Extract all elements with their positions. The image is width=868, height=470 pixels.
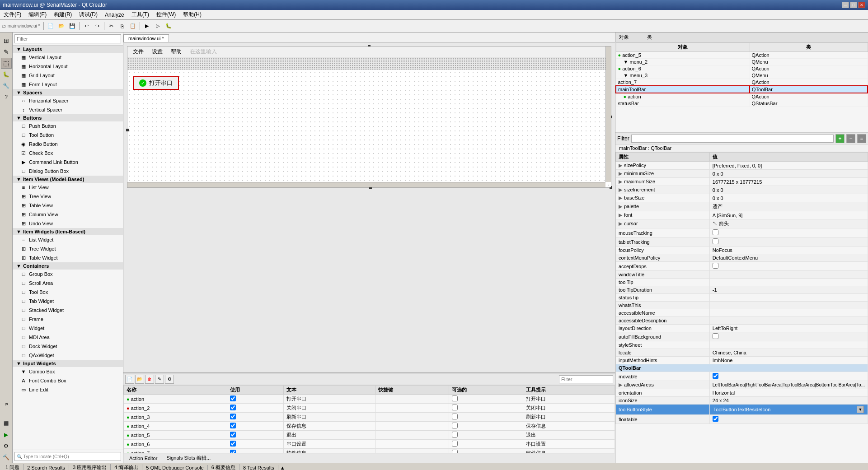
toolbar-undo[interactable]: ↩ [81,21,91,31]
sidebar-item-scroll-area[interactable]: □Scroll Area [13,279,123,288]
prop-row[interactable]: mouseTracking [616,228,868,237]
toolbar-redo[interactable]: ↪ [92,21,102,31]
props-filter-input[interactable] [631,135,834,143]
sidebar-item-tool-button[interactable]: □Tool Button [13,130,123,140]
prop-row[interactable]: ▶palette遗产 [616,202,868,211]
tree-row[interactable]: statusBar QStatusBar [616,100,868,107]
sidebar-item-check-box[interactable]: ☑Check Box [13,149,123,158]
status-expand-btn[interactable]: ▲ [278,465,287,470]
menu-edit[interactable]: 编辑(E) [25,10,50,19]
icon-design[interactable]: ⬚ [1,58,12,69]
prop-row[interactable]: windowTitle [616,271,868,279]
prop-row[interactable]: whatsThis [616,302,868,309]
action-used[interactable] [227,413,283,422]
prop-row[interactable]: iconSize24 x 24 [616,397,868,405]
toolbar-cut[interactable]: ✂ [106,21,116,31]
prop-row[interactable]: layoutDirectionLeftToRight [616,325,868,332]
action-used[interactable] [227,431,283,440]
table-row[interactable]: ● action_3 刷新串口 刷新串口 [124,413,615,422]
action-checkable[interactable] [449,431,523,440]
icon-build[interactable]: 🔨 [1,452,12,463]
status-qml-debug[interactable]: 5 QML Debugger Console [142,465,207,470]
icon-projects[interactable]: 🔧 [1,80,12,91]
toolbar-build[interactable]: ▶ [142,21,152,31]
prop-row[interactable]: localeChinese, China [616,349,868,357]
prop-row[interactable]: accessibleDescription [616,317,868,325]
sidebar-item-widget[interactable]: □Widget [13,324,123,333]
prop-row[interactable]: toolTipDuration-1 [616,286,868,294]
prop-row[interactable]: orientationHorizontal [616,389,868,397]
icon-debug[interactable]: 🐛 [1,69,12,80]
action-used[interactable] [227,449,283,453]
sidebar-item-dialog-btn-box[interactable]: □Dialog Button Box [13,167,123,176]
table-row[interactable]: ● action_5 退出 退出 [124,431,615,440]
sidebar-item-push-button[interactable]: □Push Button [13,121,123,130]
action-checkable[interactable] [449,449,523,453]
sidebar-filter-input[interactable] [14,34,121,43]
prop-row[interactable]: contextMenuPolicyDefaultContextMenu [616,254,868,262]
icon-settings2[interactable]: ⚙ [1,441,12,451]
canvas-hscroll[interactable] [127,182,605,187]
sidebar-locate-input[interactable] [14,452,121,461]
table-row[interactable]: ● action_6 串口设置 串口设置 [124,440,615,449]
sidebar-item-combo-box[interactable]: ▼Combo Box [13,367,123,376]
toolbar-run[interactable]: ▷ [153,21,163,31]
prop-row[interactable]: acceptDrops [616,262,868,271]
toolbar-paste[interactable]: 📋 [128,21,138,31]
menu-tools[interactable]: 工具(T) [128,10,153,19]
open-port-button[interactable]: ✓ 打开串口 [133,76,179,90]
canvas-menu-settings[interactable]: 设置 [148,47,166,56]
status-app-output[interactable]: 3 应用程序输出 [69,464,111,470]
tree-row[interactable]: ▼ menu_2 QMenu [616,59,868,65]
maximize-btn[interactable]: □ [850,2,857,8]
prop-row[interactable]: floatable [616,415,868,424]
canvas-menu-input[interactable]: 在这里输入 [186,47,221,56]
resize-left[interactable] [126,129,129,131]
tree-row[interactable]: ● action_5 QAction [616,52,868,59]
status-summary[interactable]: 6 概要信息 [208,464,239,470]
action-checkable[interactable] [449,413,523,422]
close-btn[interactable]: ✕ [858,2,865,8]
menu-help[interactable]: 帮助(H) [179,10,205,19]
sidebar-item-list-view[interactable]: ≡List View [13,183,123,192]
sidebar-item-font-combo-box[interactable]: AFont Combo Box [13,376,123,385]
status-test-results[interactable]: 8 Test Results [239,465,278,470]
sidebar-item-group-box[interactable]: □Group Box [13,270,123,279]
prop-row[interactable]: focusPolicyNoFocus [616,247,868,254]
minimize-btn[interactable]: ─ [842,2,849,8]
toolbar-open[interactable]: 📂 [56,21,66,31]
props-remove-btn[interactable]: − [846,134,855,143]
sidebar-item-dock-widget[interactable]: □Dock Widget [13,342,123,351]
prop-row[interactable]: ▶sizePolicy[Preferred, Fixed, 0, 0] [616,162,868,170]
action-used[interactable] [227,422,283,431]
sidebar-item-undo-view[interactable]: ⊞Undo View [13,219,123,228]
sidebar-item-table-widget[interactable]: ⊞Table Widget [13,253,123,262]
status-problems[interactable]: 1 问题 [2,464,23,470]
sidebar-item-frame[interactable]: □Frame [13,315,123,324]
toolbar-save[interactable]: 💾 [67,21,77,31]
prop-row-selected[interactable]: toolButtonStyle ToolButtonTextBesideIcon… [616,405,868,415]
props-config-btn[interactable]: ≡ [857,134,866,143]
sidebar-item-tool-box[interactable]: □Tool Box [13,288,123,297]
sidebar-item-grid-layout[interactable]: ▦Grid Layout [13,71,123,80]
tree-row-selected[interactable]: mainToolBar QToolBar [616,86,868,93]
sidebar-item-table-view[interactable]: ⊞Table View [13,201,123,210]
btab-action-editor[interactable]: Action Editor [125,454,161,462]
sidebar-item-column-view[interactable]: ⊞Column View [13,210,123,219]
prop-row[interactable]: statusTip [616,294,868,302]
tree-row[interactable]: ● action QAction [616,93,868,100]
prop-row[interactable]: toolTip [616,279,868,286]
sidebar-item-qax-widget[interactable]: □QAxWidget [13,351,123,360]
action-delete-btn[interactable]: 🗑 [145,375,154,384]
prop-row[interactable]: movable [616,372,868,381]
canvas-vscroll[interactable] [605,47,611,182]
sidebar-item-mdi-area[interactable]: □MDI Area [13,333,123,342]
action-open-btn[interactable]: 📂 [135,375,144,384]
prop-row[interactable]: ▶maximumSize16777215 x 16777215 [616,178,868,186]
prop-row[interactable]: ▶fontA [SimSun, 9] [616,211,868,219]
action-new-btn[interactable]: 📄 [125,375,134,384]
tree-row[interactable]: ▼ menu_3 QMenu [616,72,868,79]
tree-row[interactable]: ● action_6 QAction [616,65,868,72]
action-checkable[interactable] [449,404,523,413]
prop-row[interactable]: styleSheet [616,341,868,349]
